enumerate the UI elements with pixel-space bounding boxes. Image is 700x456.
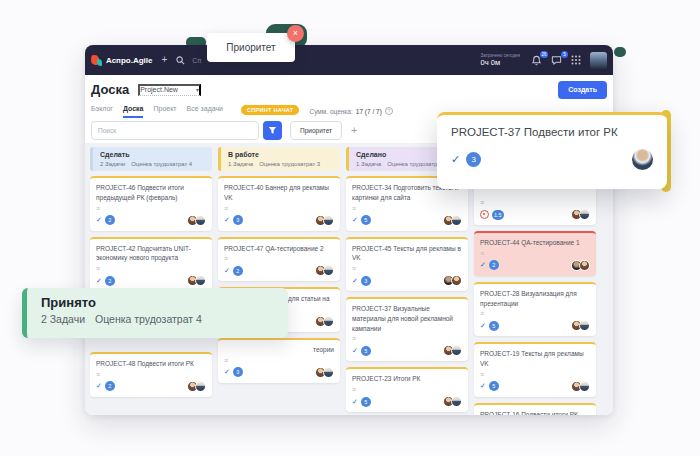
tab-backlog[interactable]: Бэклог: [91, 105, 113, 118]
task-id: PROJECT-45: [352, 245, 391, 252]
quick-add-button[interactable]: +: [162, 55, 168, 65]
priority-filter-chip[interactable]: Приоритет: [290, 121, 342, 140]
task-card[interactable]: PROJECT-48 Подвести итоги РК ≡ ✓2: [90, 352, 212, 397]
overdue-icon: [480, 210, 489, 219]
task-title: QA-тестирование 1: [521, 239, 579, 246]
zoomed-task-card[interactable]: PROJECT-37 Подвести итог РК ✓ 3: [437, 112, 667, 189]
description-icon: ≡: [224, 357, 334, 364]
project-name: Project.New: [140, 86, 178, 93]
description-icon: ≡: [96, 205, 206, 212]
filter-button[interactable]: [263, 121, 282, 140]
estimate-badge: 5: [489, 321, 499, 331]
task-card[interactable]: PROJECT-19 Тексты для рекламы VK ≡ ✓5: [474, 342, 596, 397]
description-icon: ≡: [352, 335, 462, 342]
avatar: [451, 215, 462, 226]
estimate-badge: 3: [466, 152, 481, 167]
estimate-badge: 2: [105, 215, 115, 225]
notifications-bell-icon[interactable]: 26: [531, 55, 542, 66]
task-card[interactable]: PROJECT-45 Тексты для рекламы в VK ≡ ✓3: [346, 237, 468, 292]
messages-icon[interactable]: 5: [551, 55, 562, 66]
messages-badge: 5: [561, 51, 568, 58]
description-icon: ≡: [224, 255, 334, 262]
zoomed-task-title: PROJECT-37 Подвести итог РК: [451, 126, 653, 138]
task-title: QA-тестирование 2: [265, 245, 323, 252]
check-icon: ✓: [451, 153, 460, 166]
tab-all-tasks[interactable]: Все задачи: [187, 105, 224, 118]
time-tracker: Затрачено сегодня 0ч 0м: [481, 53, 520, 67]
task-id: PROJECT-23: [352, 375, 391, 382]
create-button[interactable]: Создать: [558, 81, 607, 99]
task-title: теории: [313, 346, 334, 353]
estimate-badge: 2: [105, 276, 115, 286]
estimate-badge: 5: [361, 397, 371, 407]
column-header: В работе 1 ЗадачаОценка трудозатрат 3: [218, 147, 340, 171]
task-card[interactable]: PROJECT-23 Итоги РК ≡ ✓5: [346, 367, 468, 412]
avatar: [579, 209, 590, 220]
estimate-badge: 5: [361, 215, 371, 225]
sprint-status-badge: СПРИНТ НАЧАТ: [241, 105, 299, 115]
task-title: Подвести итоги РК: [521, 411, 578, 415]
task-id: PROJECT-19: [480, 350, 519, 357]
avatar: [451, 396, 462, 407]
description-icon: ≡: [480, 371, 590, 378]
description-icon: ≡: [352, 205, 462, 212]
estimate-badge: 3: [233, 367, 243, 377]
check-icon: ✓: [224, 216, 230, 224]
check-icon: ✓: [352, 398, 358, 406]
info-icon[interactable]: ?: [385, 107, 393, 115]
task-title: Подвести итоги РК: [137, 360, 194, 367]
task-card[interactable]: PROJECT-47 QA-тестирование 2 ≡ ✓2: [218, 237, 340, 282]
task-card[interactable]: теории ≡ ✓3: [218, 338, 340, 383]
task-id: PROJECT-28: [480, 290, 519, 297]
check-icon: ✓: [224, 368, 230, 376]
top-navigation-bar: Аспро.Agile + Сп Затрачено сегодня 0ч 0м…: [85, 45, 613, 75]
description-icon: ≡: [480, 250, 590, 257]
avatar: [195, 381, 206, 392]
task-card[interactable]: PROJECT-37 Визуальные материалы для ново…: [346, 297, 468, 361]
search-icon[interactable]: [176, 56, 185, 65]
accepted-tasks-count: 2 Задачи: [41, 313, 85, 325]
avatar: [195, 215, 206, 226]
accepted-column-callout: Принято 2 Задачи Оценка трудозатрат 4: [22, 288, 288, 338]
tab-board[interactable]: Доска: [123, 105, 144, 118]
check-icon: ✓: [352, 216, 358, 224]
task-id: PROJECT-46: [96, 184, 135, 191]
avatar: [195, 275, 206, 286]
close-icon[interactable]: ×: [287, 25, 304, 42]
estimate-badge: 3: [233, 215, 243, 225]
accepted-title: Принято: [41, 295, 274, 310]
task-id: PROJECT-47: [224, 245, 263, 252]
task-card[interactable]: PROJECT-16 Подвести итоги РК ≡ ✓: [474, 403, 596, 415]
avatar: [579, 320, 590, 331]
task-card[interactable]: PROJECT-28 Визуализация для презентации …: [474, 282, 596, 337]
avatar: [323, 215, 334, 226]
avatar: [632, 149, 653, 170]
check-icon: ✓: [480, 382, 486, 390]
task-id: PROJECT-40: [224, 184, 263, 191]
app-window: Аспро.Agile + Сп Затрачено сегодня 0ч 0м…: [85, 45, 613, 415]
estimate-badge: 2: [233, 266, 243, 276]
task-title: Итоги РК: [393, 375, 420, 382]
estimate-badge: 1.5: [492, 210, 504, 220]
estimate-badge: 3: [361, 276, 371, 286]
user-avatar[interactable]: [590, 52, 607, 69]
tab-project[interactable]: Проект: [153, 105, 176, 118]
task-card[interactable]: PROJECT-40 Баннер для рекламы VK ≡ ✓3: [218, 176, 340, 231]
task-card[interactable]: PROJECT-42 Подсчитать UNIT-экономику нов…: [90, 237, 212, 292]
check-icon: ✓: [480, 322, 486, 330]
estimate-badge: 5: [361, 346, 371, 356]
task-id: PROJECT-42: [96, 245, 135, 252]
search-input[interactable]: [91, 121, 259, 140]
description-icon: ≡: [480, 310, 590, 317]
apps-grid-icon[interactable]: [571, 55, 581, 65]
add-filter-button[interactable]: +: [351, 125, 357, 136]
app-name: Аспро.Agile: [106, 56, 153, 65]
task-card[interactable]: PROJECT-46 Подвести итоги предыдущей РК …: [90, 176, 212, 231]
avatar: [451, 275, 462, 286]
task-card-highlighted[interactable]: PROJECT-44 QA-тестирование 1 ≡ ✓2: [474, 231, 596, 276]
check-icon: ✓: [352, 277, 358, 285]
check-icon: ✓: [480, 261, 486, 269]
check-icon: ✓: [224, 267, 230, 275]
description-icon: ≡: [480, 199, 590, 206]
project-selector[interactable]: Project.New ▾: [138, 84, 201, 96]
